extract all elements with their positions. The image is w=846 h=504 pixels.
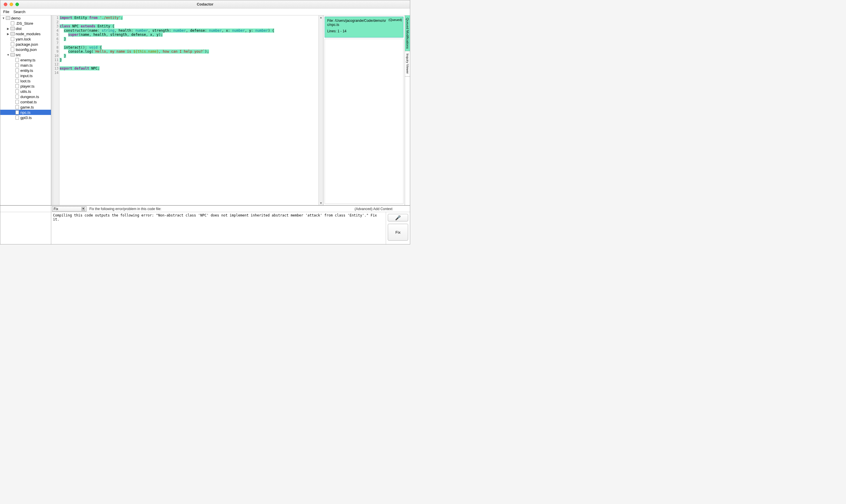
tree-item-combat-ts[interactable]: combat.ts <box>0 99 51 105</box>
code-line[interactable]: import Entity from './entity'; <box>60 16 318 20</box>
tree-item-npc-ts[interactable]: npc.ts <box>0 110 51 115</box>
microphone-icon: 🎤 <box>395 215 401 220</box>
tree-item-label: enemy.ts <box>20 58 36 62</box>
vertical-tabs: Queued Modifications Inquiry Viewer <box>405 15 410 205</box>
app-window: Codactor File Search ▼demo.DS_Store▶dist… <box>0 0 410 245</box>
file-icon <box>15 79 19 83</box>
tree-item-input-ts[interactable]: input.ts <box>0 73 51 78</box>
inquiry-area <box>324 39 404 204</box>
editor-pane: 1234567891011121314 import Entity from '… <box>53 15 323 205</box>
traffic-lights <box>0 3 19 6</box>
code-line[interactable] <box>60 71 318 75</box>
tree-item-label: utils.ts <box>20 89 31 94</box>
maximize-icon[interactable] <box>15 3 19 6</box>
main-area: ▼demo.DS_Store▶dist▶node_modulesyarn.loc… <box>0 15 410 205</box>
tree-item-label: game.ts <box>20 105 34 109</box>
line-gutter: 1234567891011121314 <box>53 15 59 205</box>
close-icon[interactable] <box>4 3 7 6</box>
code-line[interactable]: super(name, health, strength, defense, x… <box>60 33 318 37</box>
code-line[interactable]: console.log(`Hello, my name is ${this.na… <box>60 50 318 54</box>
tree-item-label: loot.ts <box>20 79 31 83</box>
folder-icon <box>10 26 15 31</box>
tree-item-label: player.ts <box>20 84 34 88</box>
tree-item-src[interactable]: ▼src <box>0 52 51 57</box>
tree-item-game-ts[interactable]: game.ts <box>0 105 51 110</box>
tree-item-main-ts[interactable]: main.ts <box>0 62 51 68</box>
tree-item-package-json[interactable]: package.json <box>0 42 51 47</box>
tree-item-player-ts[interactable]: player.ts <box>0 84 51 89</box>
file-icon <box>15 89 19 93</box>
tree-item-label: npc.ts <box>20 110 31 115</box>
code-line[interactable]: } <box>60 58 318 62</box>
prompt-input[interactable]: Compiling this code outputs the followin… <box>51 212 386 244</box>
tree-item-entity-ts[interactable]: entity.ts <box>0 68 51 73</box>
tree-item-dungeon-ts[interactable]: dungeon.ts <box>0 94 51 99</box>
tree-item-node-modules[interactable]: ▶node_modules <box>0 31 51 36</box>
tree-item--DS-Store[interactable]: .DS_Store <box>0 21 51 26</box>
disclosure-triangle-icon[interactable]: ▼ <box>6 53 10 56</box>
code-area[interactable]: import Entity from './entity';class NPC … <box>59 15 318 205</box>
chevron-down-icon: ▼ <box>82 207 85 211</box>
tab-queued-modifications[interactable]: Queued Modifications <box>405 15 410 51</box>
tree-item-label: node_modules <box>16 32 40 36</box>
code-line[interactable] <box>60 62 318 67</box>
action-dropdown[interactable]: Fix ▼ <box>52 206 86 212</box>
microphone-button[interactable]: 🎤 <box>388 214 408 221</box>
fix-button-label: Fix <box>395 230 400 235</box>
code-line[interactable]: } <box>60 37 318 41</box>
dropdown-value: Fix <box>54 207 58 211</box>
menu-search[interactable]: Search <box>13 10 25 14</box>
queued-modification-card[interactable]: (Queued) File: /Users/jacogrande/Code/de… <box>324 17 404 38</box>
tree-item-enemy-ts[interactable]: enemy.ts <box>0 57 51 62</box>
folder-icon <box>10 53 15 57</box>
tree-item-label: .DS_Store <box>16 21 33 25</box>
scroll-up-icon[interactable]: ▲ <box>319 15 323 19</box>
tree-item-utils-ts[interactable]: utils.ts <box>0 89 51 94</box>
tree-item-label: entity.ts <box>20 68 33 73</box>
menu-file[interactable]: File <box>3 10 9 14</box>
editor-scrollbar[interactable]: ▲ ▼ <box>318 15 323 205</box>
menubar: File Search <box>0 8 410 15</box>
code-line[interactable]: export default NPC; <box>60 66 318 71</box>
minimize-icon[interactable] <box>10 3 13 6</box>
tab-inquiry-viewer[interactable]: Inquiry Viewer <box>405 51 410 76</box>
code-line[interactable]: class NPC extends Entity { <box>60 24 318 29</box>
file-icon <box>10 37 15 41</box>
bottom-panel: Fix ▼ Fix the following error/problem in… <box>0 205 410 244</box>
code-line[interactable] <box>60 41 318 46</box>
file-icon <box>15 105 19 109</box>
tree-item-label: input.ts <box>20 74 33 78</box>
right-content: (Queued) File: /Users/jacogrande/Code/de… <box>323 15 405 205</box>
tree-item-label: src <box>16 53 21 57</box>
disclosure-triangle-icon[interactable]: ▼ <box>1 17 5 20</box>
disclosure-triangle-icon[interactable]: ▶ <box>6 32 10 36</box>
code-line[interactable] <box>60 20 318 24</box>
command-hint: Fix the following error/problem in this … <box>89 207 161 211</box>
file-icon <box>15 84 19 88</box>
file-icon <box>15 74 19 78</box>
tree-item-dist[interactable]: ▶dist <box>0 26 51 31</box>
tree-item-demo[interactable]: ▼demo <box>0 15 51 21</box>
folder-icon <box>5 16 10 20</box>
file-icon <box>15 63 19 67</box>
tree-item-label: yarn.lock <box>16 37 31 41</box>
fix-button[interactable]: Fix <box>388 224 408 241</box>
queued-lines: Lines: 1 - 14 <box>327 29 401 33</box>
code-line[interactable]: interact(): void { <box>60 46 318 50</box>
tree-item-loot-ts[interactable]: loot.ts <box>0 78 51 84</box>
tree-item-label: main.ts <box>20 63 33 68</box>
disclosure-triangle-icon[interactable]: ▶ <box>6 27 10 30</box>
tree-item-tsconfig-json[interactable]: tsconfig.json <box>0 47 51 52</box>
tree-item-yarn-lock[interactable]: yarn.lock <box>0 36 51 42</box>
add-context-link[interactable]: (Advanced) Add Context <box>355 207 392 211</box>
tree-item-label: tsconfig.json <box>16 48 37 52</box>
tree-item-gpt3-ts[interactable]: gpt3.ts <box>0 115 51 120</box>
file-icon <box>15 115 19 120</box>
queued-badge: (Queued) <box>389 18 402 21</box>
input-row: Compiling this code outputs the followin… <box>0 212 410 244</box>
code-line[interactable]: constructor(name: string, health: number… <box>60 29 318 33</box>
scroll-down-icon[interactable]: ▼ <box>319 201 323 205</box>
file-tree[interactable]: ▼demo.DS_Store▶dist▶node_modulesyarn.loc… <box>0 15 51 205</box>
code-line[interactable]: } <box>60 54 318 58</box>
file-icon <box>10 21 15 25</box>
